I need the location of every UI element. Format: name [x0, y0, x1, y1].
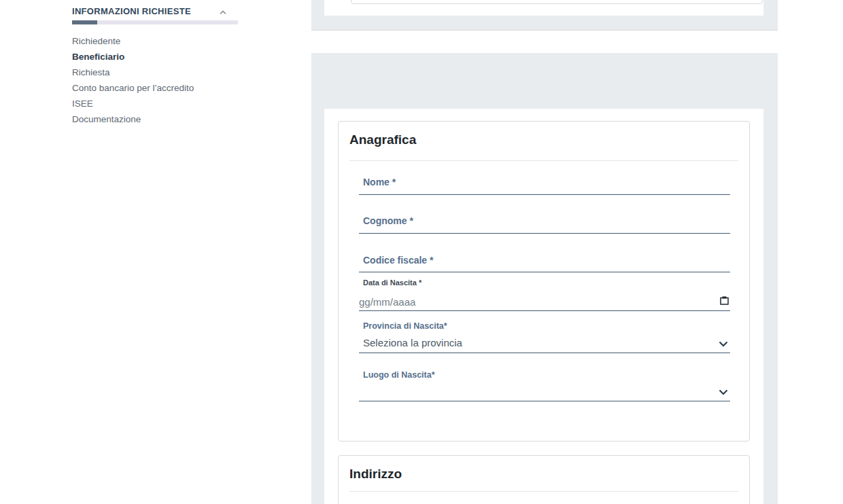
sidebar-item-beneficiario[interactable]: Beneficiario	[72, 52, 249, 65]
indirizzo-card-title: Indirizzo	[349, 467, 402, 482]
provincia-nascita-field-group: Provincia di Nascita* Seleziona la provi…	[359, 321, 730, 353]
provincia-nascita-label: Provincia di Nascita*	[363, 321, 447, 331]
codice-fiscale-input[interactable]	[359, 255, 730, 270]
cognome-underline	[359, 233, 730, 234]
progress-bar-fill	[72, 20, 97, 24]
sidebar-item-richiedente[interactable]: Richiedente	[72, 36, 249, 50]
anagrafica-card-title: Anagrafica	[349, 132, 416, 147]
luogo-nascita-field-group: Luogo di Nascita*	[359, 370, 730, 401]
sidebar-item-documentazione[interactable]: Documentazione	[72, 114, 249, 128]
divider	[349, 491, 738, 492]
luogo-nascita-underline	[359, 401, 730, 401]
chevron-down-icon	[719, 338, 728, 350]
sidebar-title: INFORMAZIONI RICHIESTE	[72, 6, 191, 16]
data-nascita-underline	[359, 310, 730, 311]
luogo-nascita-label: Luogo di Nascita*	[363, 370, 435, 380]
data-nascita-input[interactable]	[359, 294, 730, 309]
data-nascita-label: Data di Nascita *	[363, 278, 422, 287]
data-nascita-field-group: Data di Nascita *	[359, 278, 730, 311]
calendar-icon	[720, 295, 729, 308]
provincia-nascita-select[interactable]: Seleziona la provincia	[363, 337, 462, 348]
codice-fiscale-underline	[359, 272, 730, 272]
chevron-up-icon	[220, 5, 226, 18]
previous-section-card	[351, 0, 763, 4]
previous-section-panel	[311, 0, 778, 31]
cognome-field-group: Cognome *	[359, 215, 730, 234]
chevron-down-icon	[719, 386, 728, 398]
collapse-section-button[interactable]	[216, 5, 230, 18]
indirizzo-card: Indirizzo	[338, 455, 750, 504]
previous-section-body	[324, 0, 763, 16]
date-picker-button[interactable]	[719, 297, 729, 306]
codice-fiscale-field-group: Codice fiscale *	[359, 255, 730, 272]
beneficiario-section: Beneficiario Anagrafica Nome * Cognome *	[311, 53, 778, 504]
beneficiario-body: Anagrafica Nome * Cognome * Codice fisca…	[324, 109, 763, 504]
sidebar-item-conto-bancario[interactable]: Conto bancario per l’accredito	[72, 83, 249, 96]
progress-bar	[72, 20, 238, 24]
luogo-select-toggle[interactable]	[718, 388, 729, 396]
nome-field-group: Nome *	[359, 177, 730, 195]
page: INFORMAZIONI RICHIESTE Richiedente Benef…	[0, 0, 843, 504]
nome-underline	[359, 194, 730, 195]
divider	[349, 160, 738, 161]
provincia-select-toggle[interactable]	[718, 340, 729, 348]
sidebar-item-isee[interactable]: ISEE	[72, 98, 249, 112]
provincia-nascita-underline	[359, 353, 730, 353]
anagrafica-card: Anagrafica Nome * Cognome * Codice fisca…	[338, 121, 750, 442]
nome-input[interactable]	[359, 178, 730, 193]
sidebar-item-richiesta[interactable]: Richiesta	[72, 67, 249, 81]
cognome-input[interactable]	[359, 217, 730, 232]
